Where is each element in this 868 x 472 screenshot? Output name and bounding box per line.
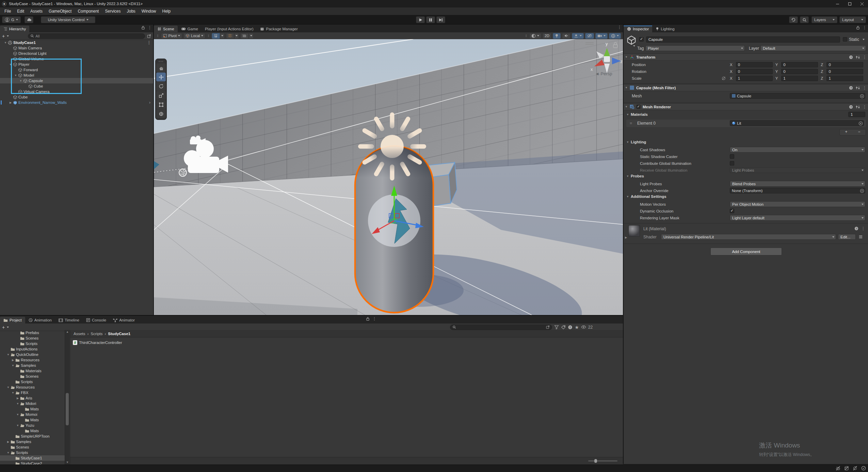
project-folder-studycase2[interactable]: StudyCase2 xyxy=(0,461,65,465)
panel-menu-icon[interactable]: ⋮ xyxy=(372,317,376,320)
hierarchy-item-studycase1[interactable]: ▼StudyCase1⋮ xyxy=(0,40,153,45)
material-object-field[interactable]: Lit xyxy=(730,120,864,126)
increment-snap-toggle[interactable] xyxy=(226,33,234,39)
tab-animation[interactable]: Animation xyxy=(25,317,55,324)
expander-icon[interactable]: ▶ xyxy=(9,101,13,104)
open-new-window-icon[interactable] xyxy=(147,34,151,38)
lighting-toggle[interactable] xyxy=(553,33,561,39)
menu-item-edit[interactable]: Edit xyxy=(14,9,27,14)
scene-camera-dropdown[interactable] xyxy=(595,33,608,39)
expander-icon[interactable]: ▶ xyxy=(11,359,15,362)
cast-shadows-dropdown[interactable]: On xyxy=(730,147,865,153)
search-button[interactable] xyxy=(800,16,809,23)
grid-snap-toggle[interactable]: y xyxy=(212,33,220,39)
project-folder-resources[interactable]: ▶Resources xyxy=(0,357,65,363)
scale-tool[interactable] xyxy=(156,91,166,100)
help-icon[interactable]: ? xyxy=(849,55,853,59)
project-folder-scripts[interactable]: ▼Scripts xyxy=(0,450,65,455)
panel-menu-icon[interactable]: ⋮ xyxy=(863,26,867,29)
hierarchy-item-capsule[interactable]: ▼Capsule xyxy=(0,78,153,83)
create-dropdown-icon[interactable] xyxy=(7,327,9,328)
project-folder-samples[interactable]: ▼Samples xyxy=(0,363,65,368)
project-folder-mats[interactable]: Mats xyxy=(0,428,65,434)
motion-vectors-dropdown[interactable]: Per Object Motion xyxy=(730,201,865,207)
dynamic-occlusion-checkbox[interactable] xyxy=(730,209,734,213)
drag-handle-icon[interactable]: = xyxy=(630,121,632,126)
scroll-down-arrow[interactable]: ▼ xyxy=(65,460,70,465)
create-dropdown-icon[interactable] xyxy=(7,35,9,37)
close-button[interactable] xyxy=(856,0,868,7)
hierarchy-item-virtual-camera[interactable]: Virtual Camera xyxy=(0,89,153,94)
tab-scene[interactable]: Scene xyxy=(154,26,178,32)
transform-rotation-x-field[interactable] xyxy=(736,69,773,74)
transform-scale-z-field[interactable] xyxy=(826,76,863,81)
tab-player-input-actions-editor-[interactable]: Player (Input Actions Editor) xyxy=(202,26,257,32)
project-folder-samples[interactable]: ▶Samples xyxy=(0,439,65,444)
presets-icon[interactable] xyxy=(856,55,860,59)
expander-icon[interactable]: ▼ xyxy=(14,74,18,77)
project-folder-scripts[interactable]: Scripts xyxy=(0,379,65,384)
foldout-probes[interactable]: ▼Probes xyxy=(626,174,644,178)
hidden-objects-toggle[interactable] xyxy=(585,33,594,39)
material-thumbnail[interactable] xyxy=(628,225,640,237)
expander-icon[interactable]: ▼ xyxy=(19,79,23,82)
tab-inspector[interactable]: iInspector xyxy=(624,26,652,32)
hierarchy-item-global-volume[interactable]: Global Volume xyxy=(0,56,153,62)
rotate-tool[interactable] xyxy=(156,82,166,91)
expander-icon[interactable]: ▼ xyxy=(3,41,7,44)
component-enabled-checkbox[interactable] xyxy=(637,105,641,109)
local-global-toggle[interactable]: Local xyxy=(183,33,205,39)
thumbnail-zoom-slider[interactable] xyxy=(588,460,617,461)
hierarchy-item-environment-narrow-walls[interactable]: ▶Environment_Narrow_Walls› xyxy=(0,100,153,105)
transform-tool[interactable] xyxy=(156,109,166,118)
transform-rotation-y-field[interactable] xyxy=(781,69,818,74)
transform-scale-y-field[interactable] xyxy=(781,76,818,81)
project-folder-scenes[interactable]: Scenes xyxy=(0,374,65,379)
menu-item-file[interactable]: File xyxy=(1,9,14,14)
hierarchy-item-cube[interactable]: Cube xyxy=(0,94,153,100)
project-folder-scenes[interactable]: Scenes xyxy=(0,335,65,341)
project-folder-inputactions[interactable]: InputActions xyxy=(0,346,65,352)
link-scale-icon[interactable] xyxy=(722,76,726,80)
transform-component-header[interactable]: ▼ Transform ? ⋮ xyxy=(624,53,868,61)
anchor-override-object-field[interactable]: None (Transform) xyxy=(730,188,865,193)
presets-icon[interactable] xyxy=(856,105,860,109)
create-button[interactable]: + xyxy=(2,33,5,39)
gizmos-dropdown[interactable] xyxy=(609,33,621,39)
version-control-button[interactable]: Unity Version Control xyxy=(41,16,95,23)
expander-icon[interactable]: ▼ xyxy=(6,451,10,454)
tab-game[interactable]: Game xyxy=(178,26,202,32)
snap-settings-button[interactable] xyxy=(240,33,249,39)
component-menu-icon[interactable]: ⋮ xyxy=(863,56,867,59)
add-component-button[interactable]: Add Component xyxy=(710,248,782,255)
material-element-row[interactable]: = Element 0 Lit xyxy=(626,120,866,127)
project-folder-quickoutline[interactable]: ▼QuickOutline xyxy=(0,352,65,357)
hierarchy-search-input[interactable] xyxy=(35,34,143,38)
add-material-button[interactable]: + xyxy=(840,129,853,135)
foldout-lighting[interactable]: ▼Lighting xyxy=(626,140,646,144)
hierarchy-search[interactable] xyxy=(28,33,145,39)
search-by-label-icon[interactable] xyxy=(561,325,566,330)
expander-icon[interactable]: ▼ xyxy=(6,386,10,389)
hierarchy-item-main-camera[interactable]: Main Camera xyxy=(0,45,153,51)
pause-button[interactable] xyxy=(426,16,435,23)
menu-item-gameobject[interactable]: GameObject xyxy=(46,9,75,14)
lock-icon[interactable] xyxy=(366,317,370,321)
expander-icon[interactable]: ▼ xyxy=(16,424,20,427)
hierarchy-item-model[interactable]: ▼Model xyxy=(0,73,153,78)
favorites-star-icon[interactable]: ★ xyxy=(575,325,579,330)
expander-icon[interactable]: ▼ xyxy=(6,353,10,356)
lock-icon[interactable] xyxy=(856,26,860,30)
hierarchy-item-cube[interactable]: Cube xyxy=(0,83,153,89)
breadcrumb-studycase1[interactable]: StudyCase1 xyxy=(108,332,130,336)
mesh-object-field[interactable]: Capsule xyxy=(730,93,865,99)
tab-package-manager[interactable]: Package Manager xyxy=(257,26,301,32)
search-by-type-icon[interactable] xyxy=(554,325,559,330)
expander-icon[interactable]: ▶ xyxy=(6,440,10,443)
project-folder-scripts[interactable]: Scripts xyxy=(0,341,65,346)
project-folder-momoi[interactable]: ▼Momoi xyxy=(0,412,65,417)
cloud-button[interactable] xyxy=(25,16,33,23)
palette-drag-handle[interactable]: ══ xyxy=(156,60,166,63)
component-menu-icon[interactable]: ⋮ xyxy=(863,105,867,109)
transform-position-x-field[interactable] xyxy=(736,62,773,67)
